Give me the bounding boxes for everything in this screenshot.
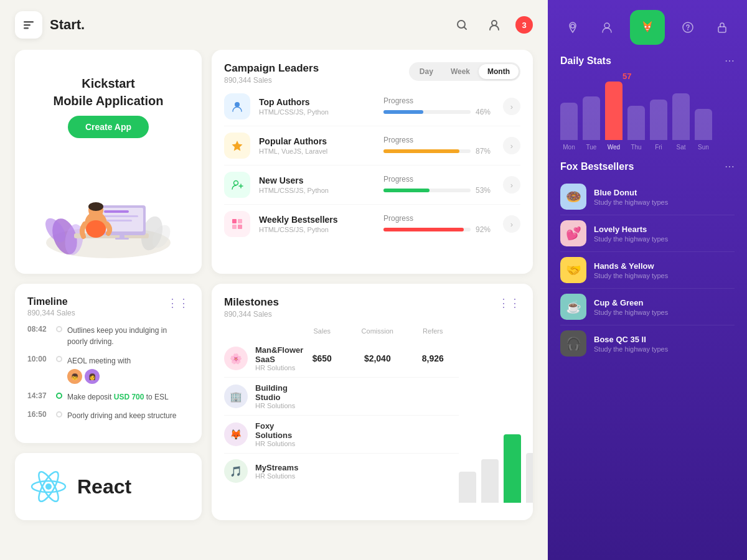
weekly-progress: Progress 92% (383, 214, 496, 234)
lock-sidebar-icon[interactable] (711, 16, 733, 39)
svg-rect-39 (718, 27, 726, 32)
daily-bar-thu (627, 106, 645, 140)
svg-rect-16 (104, 220, 132, 222)
svg-rect-26 (232, 219, 237, 223)
tab-week[interactable]: Week (442, 64, 479, 79)
milestones-list: Sales Comission Refers 🌸 Man&Flower SaaS… (224, 325, 459, 508)
milestone-icon: 🌸 (224, 347, 248, 370)
fox-bestsellers-title: Fox Bestsellers (560, 161, 634, 172)
react-icon (30, 468, 67, 505)
bestseller-item: 🤝 Hands & Yellow Study the highway types (560, 252, 735, 289)
svg-rect-18 (115, 238, 129, 240)
commission-header: Comission (355, 327, 399, 335)
timeline-list: 08:42 Outlines keep you indulging in poo… (27, 325, 189, 421)
popular-authors-icon (224, 133, 250, 159)
milestones-dots[interactable]: ⋮⋮ (498, 296, 520, 310)
fox-bestsellers-dots[interactable]: ⋯ (725, 161, 735, 172)
campaign-leaders-card: Campaign Leaders 890,344 Sales Day Week … (212, 50, 533, 274)
create-app-button[interactable]: Create App (68, 116, 149, 138)
timeline-card: Timeline 890,344 Sales ⋮⋮ 08:42 Outlines… (15, 284, 202, 443)
svg-point-22 (86, 220, 106, 238)
milestones-title: Milestones (224, 296, 279, 309)
top-authors-chevron[interactable]: › (503, 98, 520, 115)
daily-bar-wed-highlight (605, 82, 622, 140)
react-label: React (77, 475, 131, 498)
daily-chart-container: 57 Mon Tue Wed Thu Fri Sat Sun (560, 72, 735, 151)
popular-authors-info: Popular Authors HTML, VueJS, Laravel (259, 136, 383, 155)
campaign-subtitle: 890,344 Sales (224, 76, 319, 85)
campaign-header: Campaign Leaders 890,344 Sales Day Week … (224, 62, 520, 85)
milestone-info: Man&Flower SaaS HR Solutions (255, 345, 303, 371)
kickstart-card: Kickstart Mobile Application Create App (15, 50, 202, 274)
notification-badge[interactable]: 3 (515, 16, 533, 34)
bestseller-thumb: 🍩 (560, 184, 586, 210)
svg-rect-27 (238, 219, 242, 223)
timeline-item: 16:50 Poorly driving and keep structure (27, 410, 189, 421)
timeline-dot (56, 393, 62, 399)
milestone-row: 🦊 Foxy Solutions HR Solutions (224, 416, 459, 454)
top-authors-icon (224, 93, 250, 119)
svg-point-30 (45, 483, 52, 490)
svg-rect-14 (104, 210, 129, 213)
top-authors-info: Top Authors HTML/CSS/JS, Python (259, 97, 383, 116)
bestseller-thumb: ☕ (560, 294, 586, 320)
svg-point-36 (644, 26, 646, 28)
campaign-row-top-authors: Top Authors HTML/CSS/JS, Python Progress… (224, 87, 520, 126)
timeline-item: 10:00 AEOL meeting with 👦 👩 (27, 355, 189, 384)
svg-point-35 (604, 23, 609, 28)
profile-sidebar-icon[interactable] (596, 16, 618, 39)
right-sidebar: Daily Stats ⋯ 57 Mon Tue Wed Thu Fri Sat (548, 0, 747, 560)
avatar: 👦 (67, 369, 82, 384)
fox-active-icon[interactable] (630, 10, 665, 45)
milestone-icon: 🦊 (224, 422, 248, 446)
weekly-info: Weekly Bestsellers HTML/CSS/JS, Python (259, 215, 383, 233)
daily-bar-sun (695, 109, 712, 140)
popular-authors-progress: Progress 87% (383, 136, 496, 156)
daily-stats-header: Daily Stats ⋯ (560, 55, 735, 67)
milestones-chart (459, 325, 533, 508)
milestone-icon: 🏢 (224, 385, 248, 408)
svg-point-23 (235, 102, 240, 107)
timeline-dots[interactable]: ⋮⋮ (167, 296, 189, 310)
milestone-row: 🏢 Building Studio HR Solutions (224, 378, 459, 416)
timeline-dot (56, 411, 62, 418)
bestseller-thumb: 🤝 (560, 257, 586, 283)
svg-point-34 (571, 24, 575, 28)
tab-month[interactable]: Month (479, 64, 519, 79)
bestseller-thumb: 💕 (560, 220, 586, 246)
popular-authors-chevron[interactable]: › (503, 137, 520, 154)
campaign-row-popular-authors: Popular Authors HTML, VueJS, Laravel Pro… (224, 126, 520, 166)
kickstart-illustration (37, 162, 180, 261)
campaign-tabs: Day Week Month (409, 62, 520, 81)
timeline-item: 08:42 Outlines keep you indulging in poo… (27, 325, 189, 347)
daily-stats-dots[interactable]: ⋯ (725, 55, 735, 67)
campaign-row-new-users: New Users HTML/CSS/JS, Python Progress 5… (224, 166, 520, 205)
svg-rect-2 (24, 27, 29, 29)
bestseller-item: 🍩 Blue Donut Study the highway types (560, 179, 735, 215)
weekly-chevron[interactable]: › (503, 215, 520, 233)
day-labels: Mon Tue Wed Thu Fri Sat Sun (560, 140, 735, 151)
tab-day[interactable]: Day (411, 64, 442, 79)
milestone-row: 🌸 Man&Flower SaaS HR Solutions $650 $2,0… (224, 340, 459, 378)
top-authors-progress: Progress 46% (383, 96, 496, 116)
bestseller-item: 💕 Lovely Hearts Study the highway types (560, 215, 735, 252)
fox-bestsellers-header: Fox Bestsellers ⋯ (560, 161, 735, 172)
milestone-info: MyStreams HR Solutions (255, 463, 303, 480)
svg-point-20 (88, 202, 103, 211)
timeline-dot (56, 356, 62, 362)
logo-icon (15, 11, 42, 39)
chart-bar-highlight (504, 434, 521, 503)
user-icon[interactable] (483, 14, 505, 36)
svg-point-37 (648, 26, 650, 28)
question-sidebar-icon[interactable] (677, 16, 699, 39)
daily-bar-tue (583, 96, 600, 140)
new-users-chevron[interactable]: › (503, 176, 520, 194)
header-actions: 3 (451, 14, 533, 36)
timeline-dot (56, 326, 62, 332)
svg-rect-29 (238, 225, 242, 229)
search-icon[interactable] (451, 14, 473, 36)
refers-header: Refers (414, 327, 451, 335)
new-users-icon (224, 172, 250, 198)
daily-bars (560, 72, 735, 140)
location-icon[interactable] (561, 16, 584, 39)
